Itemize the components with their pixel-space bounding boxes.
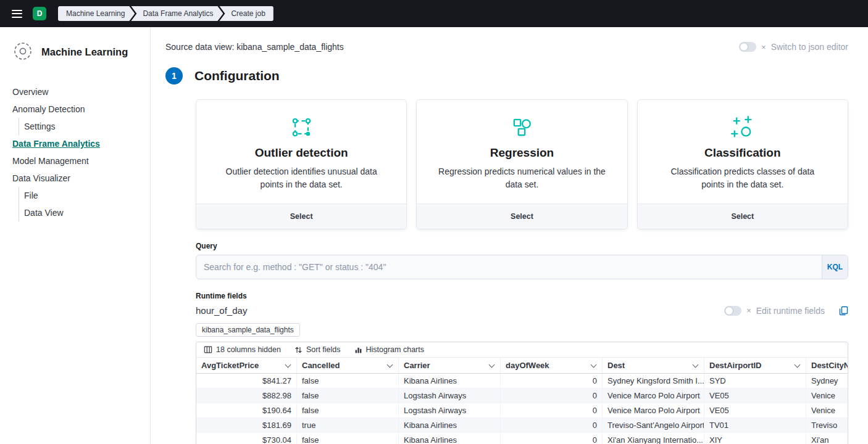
table-cell[interactable]: SYD xyxy=(704,374,806,388)
table-cell[interactable]: Kibana Airlines xyxy=(399,374,501,388)
card-title: Regression xyxy=(417,146,627,160)
json-editor-switch[interactable] xyxy=(739,42,756,52)
table-cell[interactable]: $730.04 xyxy=(196,433,297,444)
table-cell[interactable]: VE05 xyxy=(704,403,806,417)
edit-runtime-fields-switch[interactable] xyxy=(724,306,741,316)
space-avatar[interactable]: D xyxy=(33,7,46,20)
chevron-down-icon[interactable] xyxy=(489,361,495,368)
step-number-badge: 1 xyxy=(165,67,183,84)
table-cell[interactable]: 0 xyxy=(501,388,603,403)
json-editor-toggle-group: × Switch to json editor xyxy=(739,42,848,52)
table-cell[interactable]: Venice Marco Polo Airport xyxy=(603,403,704,417)
chevron-down-icon[interactable] xyxy=(591,361,597,368)
data-grid-header-row: AvgTicketPriceCancelledCarrierdayOfWeekD… xyxy=(196,358,848,374)
column-header-destcityname[interactable]: DestCityName xyxy=(806,358,848,373)
toolbar-button-18-columns-hidden[interactable]: 18 columns hidden xyxy=(204,345,281,354)
data-grid-toolbar: 18 columns hiddenSort fieldsHistogram ch… xyxy=(196,342,848,358)
table-cell[interactable]: Xi'an xyxy=(806,433,848,444)
table-cell[interactable]: VE05 xyxy=(704,388,806,403)
sidebar-item-data-frame-analytics[interactable]: Data Frame Analytics xyxy=(12,135,141,152)
table-cell[interactable]: Venice xyxy=(806,403,848,417)
sidebar-item-settings[interactable]: Settings xyxy=(19,118,141,135)
table-cell[interactable]: 0 xyxy=(501,403,603,417)
chevron-down-icon[interactable] xyxy=(387,361,393,368)
toolbar-button-sort-fields[interactable]: Sort fields xyxy=(294,345,341,354)
column-header-avgticketprice[interactable]: AvgTicketPrice xyxy=(196,358,297,373)
table-row: $882.98falseLogstash Airways0Venice Marc… xyxy=(196,388,848,403)
table-cell[interactable]: Kibana Airlines xyxy=(399,433,501,444)
column-header-dest[interactable]: Dest xyxy=(603,358,704,373)
card-regression[interactable]: RegressionRegression predicts numerical … xyxy=(416,99,627,229)
table-cell[interactable]: $841.27 xyxy=(196,374,297,388)
card-outlier-detection[interactable]: Outlier detectionOutlier detection ident… xyxy=(196,99,407,229)
menu-toggle-icon[interactable] xyxy=(7,4,26,23)
table-row: $181.69trueKibana Airlines0Treviso-Sant'… xyxy=(196,418,848,433)
histogram-icon xyxy=(354,346,362,354)
table-cell[interactable]: 0 xyxy=(501,433,603,444)
table-cell[interactable]: Treviso xyxy=(806,418,848,432)
table-cell[interactable]: TV01 xyxy=(704,418,806,432)
toolbar-button-histogram-charts[interactable]: Histogram charts xyxy=(354,345,424,354)
table-cell[interactable]: Sydney xyxy=(806,374,848,388)
table-cell[interactable]: false xyxy=(297,388,399,403)
column-header-label: dayOfWeek xyxy=(506,361,549,370)
table-cell[interactable]: Sydney Kingsford Smith I... xyxy=(603,374,704,388)
card-description: Outlier detection identifies unusual dat… xyxy=(217,165,385,191)
regression-icon xyxy=(417,115,627,139)
breadcrumb-machine-learning[interactable]: Machine Learning xyxy=(58,6,135,21)
table-cell[interactable]: 0 xyxy=(501,418,603,432)
table-cell[interactable]: $181.69 xyxy=(196,418,297,432)
table-cell[interactable]: Venice xyxy=(806,388,848,403)
edit-runtime-fields-label: Edit runtime fields xyxy=(756,306,825,316)
sidebar-item-data-view[interactable]: Data View xyxy=(19,204,141,221)
table-cell[interactable]: XIY xyxy=(704,433,806,444)
sidebar-item-data-visualizer[interactable]: Data Visualizer xyxy=(12,170,141,187)
column-header-carrier[interactable]: Carrier xyxy=(399,358,501,373)
column-header-cancelled[interactable]: Cancelled xyxy=(297,358,399,373)
card-classification[interactable]: ClassificationClassification predicts cl… xyxy=(637,99,848,229)
table-cell[interactable]: true xyxy=(297,418,399,432)
query-search-input[interactable] xyxy=(196,255,822,279)
index-name-badge: kibana_sample_data_flights xyxy=(196,323,300,337)
chevron-down-icon[interactable] xyxy=(285,361,291,368)
sidebar-item-model-management[interactable]: Model Management xyxy=(12,152,141,170)
data-grid-body: $841.27falseKibana Airlines0Sydney Kings… xyxy=(196,374,848,444)
classification-icon xyxy=(638,115,848,139)
table-cell[interactable]: false xyxy=(297,374,399,388)
table-cell[interactable]: 0 xyxy=(501,374,603,388)
table-cell[interactable]: Logstash Airways xyxy=(399,403,501,417)
json-editor-toggle-label: Switch to json editor xyxy=(771,42,848,52)
sort-fields-icon xyxy=(294,346,303,354)
main-content: Source data view: kibana_sample_data_fli… xyxy=(151,27,868,444)
sidebar-nav: OverviewAnomaly DetectionSettingsData Fr… xyxy=(12,83,141,221)
select-button[interactable]: Select xyxy=(417,204,627,229)
card-description: Classification predicts classes of data … xyxy=(659,165,827,191)
table-cell[interactable]: Xi'an Xianyang Internatio... xyxy=(603,433,704,444)
breadcrumb-data-frame-analytics[interactable]: Data Frame Analytics xyxy=(131,6,223,21)
column-header-dayofweek[interactable]: dayOfWeek xyxy=(501,358,603,373)
table-cell[interactable]: false xyxy=(297,403,399,417)
table-cell[interactable]: Kibana Airlines xyxy=(399,418,501,432)
top-navigation-bar: D Machine LearningData Frame AnalyticsCr… xyxy=(0,0,868,27)
table-cell[interactable]: $190.64 xyxy=(196,403,297,417)
kql-language-button[interactable]: KQL xyxy=(822,255,848,279)
column-header-destairportid[interactable]: DestAirportID xyxy=(704,358,806,373)
breadcrumb: Machine LearningData Frame AnalyticsCrea… xyxy=(58,6,273,21)
ml-logo-icon xyxy=(12,41,33,64)
select-button[interactable]: Select xyxy=(196,204,406,229)
sidebar-item-file[interactable]: File xyxy=(19,187,141,204)
table-cell[interactable]: false xyxy=(297,433,399,444)
column-header-label: Cancelled xyxy=(302,361,340,370)
table-cell[interactable]: Logstash Airways xyxy=(399,388,501,403)
source-data-view-label: Source data view: kibana_sample_data_fli… xyxy=(165,42,344,52)
chevron-down-icon[interactable] xyxy=(693,361,699,368)
select-button[interactable]: Select xyxy=(638,204,848,229)
table-cell[interactable]: $882.98 xyxy=(196,388,297,403)
sidebar-item-anomaly-detection[interactable]: Anomaly Detection xyxy=(12,101,141,118)
copy-icon[interactable] xyxy=(838,306,848,316)
sidebar-item-overview[interactable]: Overview xyxy=(12,83,141,101)
chevron-down-icon[interactable] xyxy=(795,361,801,368)
column-header-label: DestCityName xyxy=(811,361,848,370)
table-cell[interactable]: Venice Marco Polo Airport xyxy=(603,388,704,403)
table-cell[interactable]: Treviso-Sant'Angelo Airport xyxy=(603,418,704,432)
